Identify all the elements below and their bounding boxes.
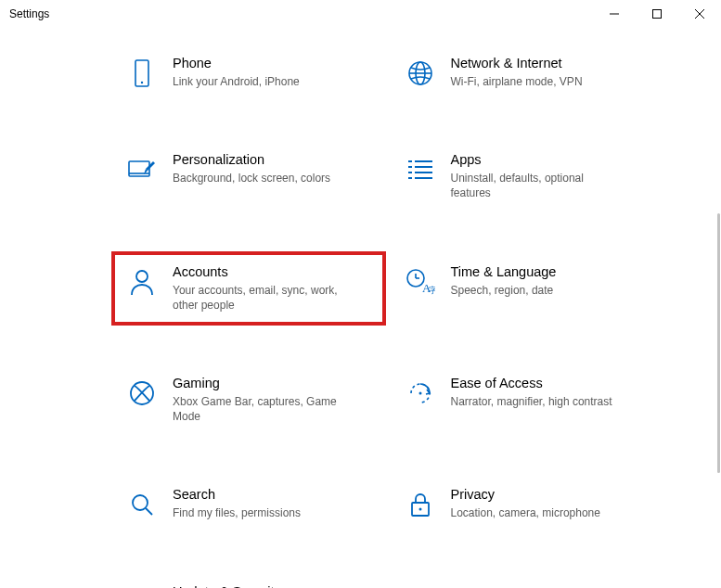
- tile-desc: Link your Android, iPhone: [173, 74, 340, 89]
- apps-list-icon: [405, 154, 436, 185]
- minimize-icon: [610, 9, 619, 19]
- close-icon: [695, 9, 704, 19]
- tile-title: Time & Language: [451, 264, 650, 279]
- tile-text: Network & Internet Wi-Fi, airplane mode,…: [451, 56, 650, 89]
- svg-point-26: [418, 391, 421, 394]
- tile-time-language[interactable]: A 字 Time & Language Speech, region, date: [397, 259, 657, 318]
- tile-desc: Location, camera, microphone: [451, 505, 618, 520]
- tile-title: Apps: [451, 152, 650, 167]
- tile-text: Gaming Xbox Game Bar, captures, Game Mod…: [173, 376, 371, 424]
- tile-ease-of-access[interactable]: Ease of Access Narrator, magnifier, high…: [397, 370, 657, 429]
- tile-phone[interactable]: Phone Link your Android, iPhone: [119, 50, 379, 95]
- tile-apps[interactable]: Apps Uninstall, defaults, optional featu…: [397, 147, 657, 206]
- tile-gaming[interactable]: Gaming Xbox Game Bar, captures, Game Mod…: [119, 370, 379, 429]
- tile-title: Network & Internet: [451, 56, 650, 70]
- svg-point-19: [136, 271, 148, 282]
- tile-search[interactable]: Search Find my files, permissions: [119, 481, 379, 526]
- search-icon: [126, 489, 158, 520]
- tile-desc: Uninstall, defaults, optional features: [451, 171, 618, 200]
- tile-accounts[interactable]: Accounts Your accounts, email, sync, wor…: [119, 259, 379, 318]
- tile-text: Update & Security Windows Update, recove…: [173, 584, 371, 589]
- tile-title: Personalization: [173, 152, 371, 167]
- window-title: Settings: [9, 7, 593, 20]
- tile-title: Privacy: [451, 487, 650, 502]
- tile-desc: Your accounts, email, sync, work, other …: [173, 283, 340, 313]
- svg-line-28: [146, 508, 152, 515]
- tile-desc: Xbox Game Bar, captures, Game Mode: [173, 394, 340, 424]
- tile-text: Accounts Your accounts, email, sync, wor…: [173, 264, 371, 313]
- tile-title: Search: [173, 487, 371, 502]
- tile-text: Personalization Background, lock screen,…: [173, 152, 371, 185]
- tile-desc: Wi-Fi, airplane mode, VPN: [451, 74, 618, 89]
- tile-desc: Find my files, permissions: [173, 505, 340, 520]
- tile-text: Privacy Location, camera, microphone: [451, 487, 650, 520]
- tile-title: Gaming: [173, 376, 371, 390]
- tile-privacy[interactable]: Privacy Location, camera, microphone: [397, 481, 657, 526]
- xbox-icon: [126, 377, 158, 409]
- tile-desc: Speech, region, date: [451, 283, 618, 298]
- svg-rect-1: [653, 10, 662, 19]
- person-icon: [126, 266, 158, 298]
- tile-text: Apps Uninstall, defaults, optional featu…: [451, 152, 650, 200]
- lock-icon: [405, 489, 436, 520]
- svg-point-27: [133, 495, 148, 510]
- close-button[interactable]: [678, 0, 721, 28]
- tile-title: Ease of Access: [451, 376, 650, 390]
- tile-text: Time & Language Speech, region, date: [451, 264, 650, 298]
- window-controls: [593, 0, 721, 28]
- tile-personalization[interactable]: Personalization Background, lock screen,…: [119, 147, 379, 206]
- tile-title: Update & Security: [173, 584, 371, 589]
- settings-grid: Phone Link your Android, iPhone Network …: [0, 28, 721, 588]
- minimize-button[interactable]: [593, 0, 636, 28]
- ease-of-access-icon: [405, 377, 436, 409]
- tile-title: Accounts: [173, 264, 371, 279]
- phone-icon: [126, 58, 158, 89]
- maximize-icon: [652, 9, 662, 19]
- tile-text: Search Find my files, permissions: [173, 487, 371, 520]
- titlebar: Settings: [0, 0, 721, 28]
- svg-text:字: 字: [429, 286, 435, 295]
- time-language-icon: A 字: [405, 266, 436, 298]
- tile-text: Ease of Access Narrator, magnifier, high…: [451, 376, 650, 409]
- tile-network[interactable]: Network & Internet Wi-Fi, airplane mode,…: [397, 50, 657, 95]
- tile-update-security[interactable]: Update & Security Windows Update, recove…: [119, 579, 379, 589]
- tile-desc: Narrator, magnifier, high contrast: [451, 394, 618, 409]
- svg-point-30: [418, 508, 421, 511]
- globe-icon: [405, 58, 436, 89]
- svg-point-5: [141, 82, 143, 83]
- tile-title: Phone: [173, 56, 371, 70]
- scrollbar-thumb[interactable]: [717, 213, 720, 473]
- paintbrush-icon: [126, 154, 158, 185]
- tile-desc: Background, lock screen, colors: [173, 171, 340, 185]
- maximize-button[interactable]: [636, 0, 678, 28]
- content-area: Phone Link your Android, iPhone Network …: [0, 28, 721, 588]
- tile-text: Phone Link your Android, iPhone: [173, 56, 371, 89]
